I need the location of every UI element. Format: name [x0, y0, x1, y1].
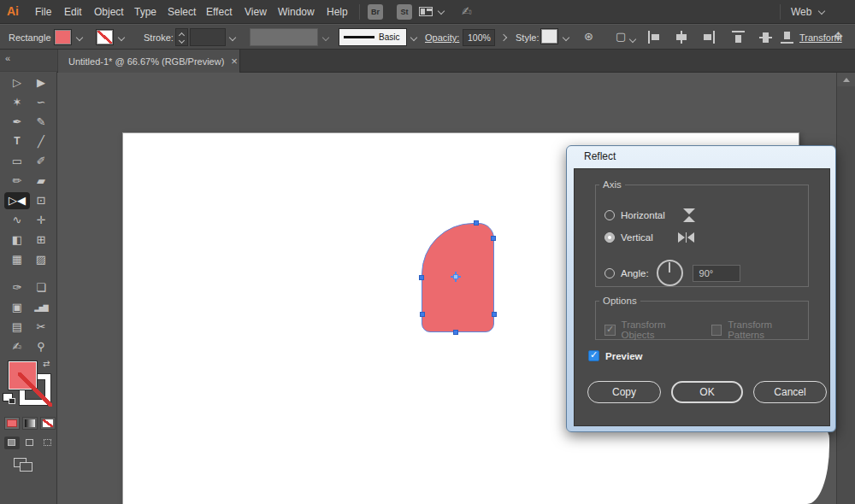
line-segment-tool[interactable]: ╱	[30, 135, 52, 149]
vertical-radio[interactable]	[604, 232, 615, 243]
menu-window[interactable]: Window	[278, 6, 315, 18]
screen-mode-button[interactable]	[14, 458, 34, 472]
slice-tool[interactable]: ✂	[30, 320, 52, 334]
reflect-tool[interactable]: ▷◀	[6, 194, 28, 208]
style-swatch[interactable]	[540, 28, 558, 44]
shape-builder-tool[interactable]: ◧	[6, 233, 28, 247]
transform-patterns-checkbox[interactable]	[711, 325, 722, 336]
chevron-down-icon[interactable]	[563, 34, 569, 41]
lasso-tool[interactable]: ∽	[30, 96, 52, 109]
document-tab[interactable]: Untitled-1* @ 66.67% (RGB/Preview) ×	[58, 50, 240, 73]
close-tab-button[interactable]: ×	[231, 56, 238, 67]
preview-label[interactable]: Preview	[605, 351, 642, 361]
menu-object[interactable]: Object	[94, 6, 124, 18]
vertical-scrollbar[interactable]	[836, 73, 855, 504]
stroke-weight-value[interactable]	[190, 28, 226, 46]
copy-button[interactable]: Copy	[587, 381, 661, 403]
anchor-handle[interactable]	[420, 312, 425, 317]
default-fill-stroke-icon[interactable]	[3, 393, 13, 401]
rectangle-tool[interactable]: ▭	[6, 155, 28, 168]
blend-tool[interactable]: ❏	[30, 281, 52, 295]
menu-select[interactable]: Select	[168, 6, 196, 18]
workspace-switcher[interactable]: Web	[791, 6, 811, 18]
menu-effect[interactable]: Effect	[206, 6, 232, 18]
draw-inside-button[interactable]	[40, 437, 56, 449]
anchor-handle[interactable]	[453, 330, 458, 335]
color-mode-button[interactable]	[4, 417, 20, 430]
align-vertical-bottom-icon[interactable]	[781, 31, 794, 44]
shape-properties-icon[interactable]: ▢	[616, 30, 626, 43]
align-horizontal-right-icon[interactable]	[702, 31, 716, 44]
chevron-right-icon[interactable]	[500, 34, 507, 41]
stock-button[interactable]: St	[397, 4, 412, 20]
none-mode-button[interactable]	[40, 417, 56, 430]
align-horizontal-center-icon[interactable]	[675, 31, 688, 44]
width-tool[interactable]: ∿	[6, 214, 28, 227]
menu-edit[interactable]: Edit	[64, 6, 82, 18]
chevron-down-icon[interactable]	[438, 8, 445, 15]
angle-label[interactable]: Angle:	[621, 268, 649, 278]
ok-button[interactable]: OK	[671, 381, 743, 403]
bridge-button[interactable]: Br	[368, 4, 383, 20]
zoom-tool[interactable]: ⚲	[30, 340, 52, 354]
align-horizontal-left-icon[interactable]	[647, 31, 661, 44]
chevron-down-icon[interactable]	[76, 34, 83, 41]
hand-tool[interactable]: ✍	[6, 340, 28, 354]
collapse-panel-button[interactable]: «	[5, 53, 10, 63]
anchor-handle[interactable]	[491, 236, 496, 241]
draw-behind-button[interactable]	[22, 437, 38, 449]
angle-dial-icon[interactable]	[657, 260, 683, 286]
opacity-value[interactable]: 100%	[463, 29, 495, 46]
align-vertical-top-icon[interactable]	[732, 31, 746, 44]
menu-type[interactable]: Type	[134, 6, 156, 18]
eraser-tool[interactable]: ▰	[30, 174, 52, 188]
free-transform-tool[interactable]: ⊡	[30, 194, 52, 208]
perspective-grid-tool[interactable]: ⊞	[30, 233, 52, 247]
selection-tool[interactable]: ▶	[30, 76, 52, 90]
artboard-tool[interactable]: ▤	[6, 320, 28, 334]
scroll-up-button[interactable]	[837, 73, 855, 86]
angle-input[interactable]: 90°	[693, 265, 740, 282]
chevron-down-icon[interactable]	[229, 34, 236, 41]
pencil-tool[interactable]: ✏	[6, 174, 28, 188]
chevron-down-icon[interactable]	[410, 34, 417, 41]
transform-objects-checkbox[interactable]: ✓	[604, 325, 616, 336]
cancel-button[interactable]: Cancel	[753, 381, 827, 403]
anchor-handle[interactable]	[419, 275, 424, 280]
menu-help[interactable]: Help	[327, 6, 348, 18]
opacity-label[interactable]: Opacity:	[425, 32, 459, 43]
pen-tool[interactable]: ✒	[6, 115, 28, 129]
angle-radio[interactable]	[604, 268, 615, 278]
document-setup-icon[interactable]: ⊛	[584, 30, 593, 43]
magic-wand-tool[interactable]: ✶	[6, 96, 28, 109]
draw-normal-button[interactable]	[4, 437, 20, 449]
symbol-sprayer-tool[interactable]: ▣	[6, 301, 28, 314]
stroke-color-swatch[interactable]	[96, 29, 114, 45]
app-logo[interactable]: Ai	[7, 4, 19, 18]
fill-color-swatch[interactable]	[54, 29, 72, 45]
anchor-handle[interactable]	[492, 312, 497, 317]
menu-view[interactable]: View	[245, 6, 267, 18]
horizontal-radio[interactable]	[604, 210, 615, 220]
stroke-weight-stepper[interactable]	[175, 28, 188, 46]
gradient-mode-button[interactable]	[22, 417, 38, 430]
chevron-down-icon[interactable]	[118, 34, 125, 41]
swap-fill-stroke-icon[interactable]: ⇄	[43, 359, 50, 368]
type-tool[interactable]: T	[6, 135, 28, 149]
canvas-area[interactable]: Reflect Axis Horizontal Vertical	[57, 73, 855, 504]
gradient-tool[interactable]: ▨	[30, 253, 52, 267]
eyedropper-tool[interactable]: ✑	[6, 281, 28, 295]
chevron-down-icon[interactable]	[818, 8, 825, 15]
vertical-label[interactable]: Vertical	[621, 232, 653, 243]
arrange-documents-icon[interactable]	[419, 7, 433, 16]
chevron-down-icon[interactable]	[629, 36, 636, 43]
graph-tool[interactable]: ▂▅▇	[30, 301, 52, 314]
preview-checkbox[interactable]: ✓	[588, 350, 599, 361]
align-vertical-center-icon[interactable]	[759, 31, 773, 44]
menu-file[interactable]: File	[35, 6, 51, 18]
paintbrush-tool[interactable]: ✐	[30, 155, 52, 168]
anchor-handle[interactable]	[474, 220, 479, 226]
mesh-tool[interactable]: ▦	[6, 253, 28, 267]
horizontal-label[interactable]: Horizontal	[621, 210, 665, 220]
arrange-icon[interactable]: ✥	[834, 30, 843, 43]
